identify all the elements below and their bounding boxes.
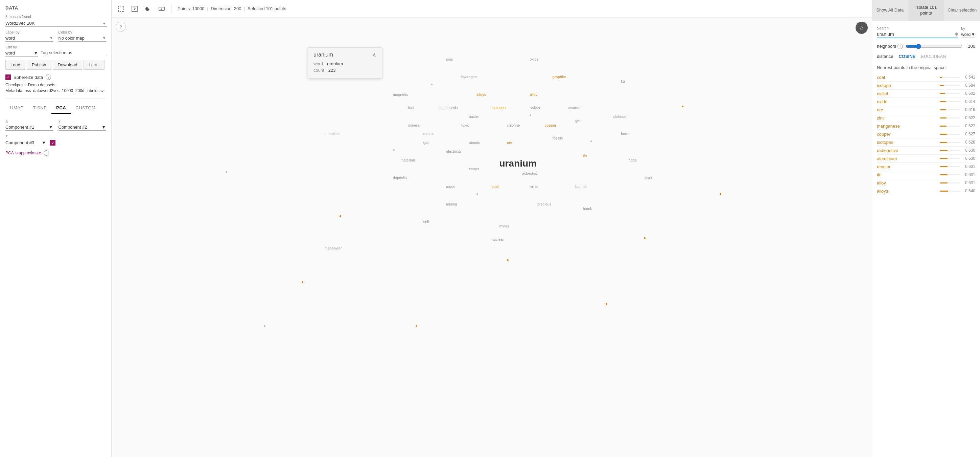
tag-selection-label: Tag selection as [41,50,106,56]
scatter-word-gas: gas [423,141,430,145]
tab-pca[interactable]: PCA [51,102,71,114]
nearest-item[interactable]: reactor0.631 [877,163,975,171]
scatter-word-nuclear: nuclear [492,237,504,241]
nearest-item-name[interactable]: isotopes [877,140,937,145]
selection-rect-icon[interactable] [116,3,126,14]
nearest-item[interactable]: radioactive0.630 [877,147,975,155]
cosine-button[interactable]: COSINE [899,54,915,59]
isolate-button[interactable]: Isolate 101 points [908,0,945,21]
by-select[interactable]: word [961,31,971,38]
nearest-item-name[interactable]: alloys [877,189,937,193]
nearest-item-name[interactable]: nickel [877,91,937,96]
pca-approx-help-icon[interactable]: ? [44,150,49,156]
nearest-item-name[interactable]: aluminium [877,156,937,161]
publish-button[interactable]: Publish [27,60,51,70]
night-mode-icon[interactable] [143,3,154,14]
nearest-item[interactable]: nickel0.602 [877,90,975,98]
xy-axis-row: X Component #1 ▼ Y Component #2 ▼ [5,119,106,131]
tab-custom[interactable]: CUSTOM [71,102,100,114]
scatter-word-graphite: graphite [552,75,566,79]
nearest-item-name[interactable]: isotope [877,83,937,88]
nearest-item-name[interactable]: reactor [877,164,937,169]
nearest-item-bar [940,190,948,192]
label-toggle-icon[interactable]: A [156,3,167,14]
sphereize-checkbox[interactable]: ✓ [5,75,11,80]
scatter-dot [530,114,531,116]
nearest-item[interactable]: zinc0.622 [877,114,975,122]
selection-lasso-icon[interactable] [129,3,140,14]
show-all-button[interactable]: Show All Data [872,0,908,21]
nearest-item[interactable]: aluminium0.630 [877,155,975,163]
label-by-label: Label by [5,30,53,34]
nearest-item-name[interactable]: coal [877,75,937,80]
nearest-list: coal0.541isotope0.584nickel0.602oxide0.6… [877,74,975,195]
nearest-item[interactable]: manganese0.622 [877,122,975,130]
right-content: Search ✱ by word ▼ neighbors ? [872,21,980,457]
z-axis-checkbox[interactable]: ✓ [50,140,56,145]
nearest-item-name[interactable]: radioactive [877,148,937,153]
nearest-item[interactable]: isotopes0.628 [877,139,975,147]
euclidean-button[interactable]: EUCLIDEAN [921,54,946,59]
nearest-item-name[interactable]: tin [877,172,937,177]
y-axis-select[interactable]: Component #2 [59,124,102,130]
nearest-item-name[interactable]: zinc [877,115,937,120]
nearest-item[interactable]: oxide0.614 [877,98,975,106]
nearest-item[interactable]: isotope0.584 [877,81,975,90]
x-axis-chevron-icon: ▼ [49,125,53,129]
scatter-word-chlorine: chlorine [507,123,520,127]
download-button[interactable]: Download [53,60,83,70]
nearest-item-score: 0.630 [963,148,975,153]
search-input[interactable] [877,31,955,38]
neighbors-slider[interactable] [905,44,963,49]
scatter-dot [606,303,607,305]
scatter-word-isotope: isotope [530,105,540,109]
scatter-canvas: ionsoxidethermalhydrogengraphitemagnetic… [111,18,872,457]
z-axis-chevron-icon: ▼ [41,140,46,145]
edit-by-chevron-icon: ▼ [33,50,38,56]
nearest-item[interactable]: tin0.631 [877,171,975,179]
scatter-word-kg: kg [621,79,625,83]
nearest-item-score: 0.628 [963,140,975,145]
svg-text:A: A [160,8,162,11]
nearest-item-name[interactable]: alloy [877,181,937,185]
by-chevron-icon: ▼ [971,32,975,37]
nearest-item-name[interactable]: ore [877,107,937,112]
neighbors-help-icon[interactable]: ? [897,44,903,49]
nearest-item-name[interactable]: oxide [877,99,937,104]
clear-selection-button[interactable]: Clear selection [944,0,980,21]
nearest-item[interactable]: ore0.619 [877,106,975,114]
tooltip-close-icon[interactable]: ∧ [372,52,376,58]
nearest-item-bar [940,85,944,86]
edit-by-select[interactable]: word [5,50,33,56]
nearest-item[interactable]: alloys0.640 [877,187,975,195]
edit-by-label: Edit by [5,45,106,49]
nearest-item-name[interactable]: manganese [877,123,937,129]
tab-tsne[interactable]: T-SNE [29,102,52,114]
load-button[interactable]: Load [5,60,25,70]
checkpoint-row: Checkpoint: Demo datasets [5,83,106,87]
label-color-row: Label by word ▼ Color by No color map ▼ [5,30,106,42]
z-axis-select[interactable]: Component #3 [5,139,41,146]
scatter-word-magnetic: magnetic [393,93,408,96]
by-select-wrap: word ▼ [961,31,975,38]
nearest-item[interactable]: copper0.627 [877,130,975,139]
pca-approx-text: PCA is approximate. [5,151,42,155]
search-input-wrap: ✱ [877,31,958,38]
edit-row: Edit by word ▼ Tag selection as [5,45,106,56]
dataset-select[interactable]: Word2Vec 10K [5,20,107,27]
label-by-select[interactable]: word [5,35,50,41]
nearest-item-bar-wrap [940,150,960,151]
tooltip-count-row: count 223 [313,68,376,73]
nearest-item[interactable]: alloy0.631 [877,179,975,187]
x-axis-select[interactable]: Component #1 [5,124,49,130]
color-by-select[interactable]: No color map [59,35,103,41]
label-button[interactable]: Label [84,60,105,70]
canvas-area[interactable]: ? ⌂ ionsoxidethermalhydrogengraphitemagn… [111,18,872,457]
tab-umap[interactable]: UMAP [5,102,29,114]
scatter-dot [393,149,395,151]
sphereize-help-icon[interactable]: ? [46,75,51,80]
checkpoint-value: Demo datasets [28,83,56,87]
nearest-item[interactable]: coal0.541 [877,74,975,81]
scatter-word-deposits: deposits [393,176,407,180]
nearest-item-name[interactable]: copper [877,132,937,137]
